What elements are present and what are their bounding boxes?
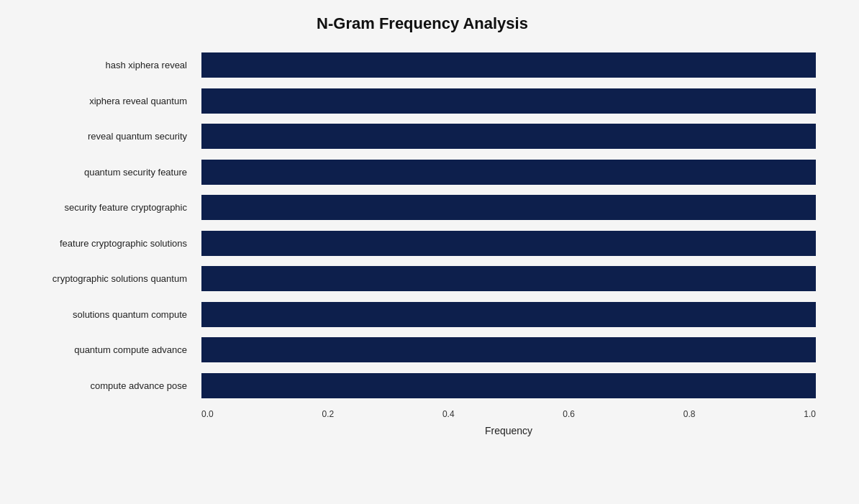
bar-fill [201, 373, 816, 398]
bar-fill [201, 231, 816, 256]
bar-track [201, 88, 816, 114]
chart-container: N-Gram Frequency Analysis hash xiphera r… [0, 0, 859, 504]
bar-label: compute advance pose [14, 380, 194, 391]
bar-row: hash xiphera reveal [201, 47, 816, 83]
bar-label: security feature cryptographic [14, 202, 194, 213]
bar-fill [201, 302, 816, 327]
bar-track [201, 160, 816, 185]
bar-label: xiphera reveal quantum [14, 96, 194, 106]
bar-label: quantum compute advance [14, 344, 194, 355]
bar-label: hash xiphera reveal [14, 60, 194, 70]
bar-label: cryptographic solutions quantum [14, 273, 194, 284]
x-axis-tick: 0.6 [563, 409, 575, 419]
bar-track [201, 52, 816, 78]
bar-row: xiphera reveal quantum [201, 83, 816, 119]
bar-row: compute advance pose [201, 368, 816, 404]
bar-track [201, 195, 816, 220]
bar-label: solutions quantum compute [14, 309, 194, 320]
bar-track [201, 373, 816, 398]
bar-track [201, 231, 816, 256]
bar-fill [201, 195, 816, 220]
bar-row: security feature cryptographic [201, 190, 816, 226]
bar-row: solutions quantum compute [201, 297, 816, 333]
bar-fill [201, 88, 816, 114]
chart-area: hash xiphera revealxiphera reveal quantu… [14, 47, 830, 436]
chart-title: N-Gram Frequency Analysis [14, 14, 830, 33]
bars-section: hash xiphera revealxiphera reveal quantu… [14, 47, 830, 403]
bar-track [201, 302, 816, 327]
bar-fill [201, 160, 816, 185]
bar-label: reveal quantum security [14, 131, 194, 142]
x-axis: 0.00.20.40.60.81.0 Frequency [14, 406, 830, 436]
bar-fill [201, 337, 816, 362]
x-axis-ticks: 0.00.20.40.60.81.0 [201, 406, 816, 419]
x-axis-label: Frequency [201, 425, 816, 436]
bar-row: cryptographic solutions quantum [201, 261, 816, 297]
bar-fill [201, 124, 816, 149]
bar-row: feature cryptographic solutions [201, 226, 816, 262]
x-axis-tick: 0.2 [322, 409, 334, 419]
bar-track [201, 124, 816, 149]
bar-row: quantum security feature [201, 155, 816, 191]
bar-row: reveal quantum security [201, 119, 816, 155]
x-axis-tick: 0.4 [442, 409, 455, 419]
x-axis-tick: 0.0 [201, 409, 214, 419]
bar-label: quantum security feature [14, 167, 194, 178]
bar-fill [201, 52, 816, 78]
bar-track [201, 337, 816, 362]
bar-fill [201, 266, 816, 291]
x-axis-tick: 1.0 [804, 409, 816, 419]
bar-row: quantum compute advance [201, 332, 816, 368]
bar-track [201, 266, 816, 291]
x-axis-tick: 0.8 [683, 409, 696, 419]
bar-label: feature cryptographic solutions [14, 238, 194, 249]
